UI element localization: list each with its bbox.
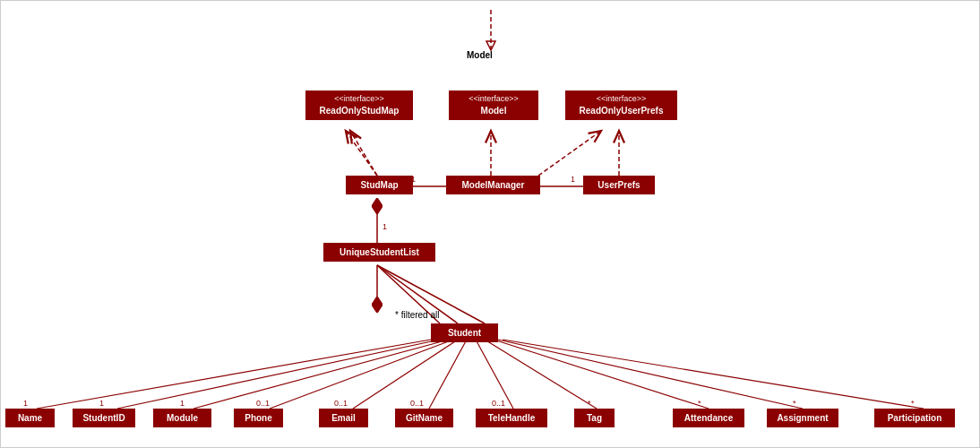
model-label: Model xyxy=(467,50,493,60)
stud-map-box: StudMap xyxy=(346,176,413,194)
interface-read-only-stud-map: <<interface>> ReadOnlyStudMap xyxy=(305,90,413,120)
svg-line-21 xyxy=(117,340,440,409)
module-box: Module xyxy=(153,409,211,427)
attendance-box: Attendance xyxy=(673,409,744,427)
svg-line-6 xyxy=(538,131,601,176)
svg-text:1: 1 xyxy=(180,399,185,408)
svg-line-29 xyxy=(429,340,467,409)
phone-box: Phone xyxy=(234,409,283,427)
svg-text:0..1: 0..1 xyxy=(492,399,505,408)
user-prefs-box: UserPrefs xyxy=(583,176,655,194)
svg-text:*: * xyxy=(698,399,701,408)
svg-line-35 xyxy=(494,340,709,409)
filtered-all-label: * filtered all xyxy=(395,310,439,320)
diagram-svg: 1 1 1 1 1 1 0..1 0..1 0..1 xyxy=(1,1,980,448)
tag-box: Tag xyxy=(574,409,615,427)
name-box: Name xyxy=(5,409,55,427)
interface-model: <<interface>> Model xyxy=(449,90,538,120)
svg-line-25 xyxy=(270,340,453,409)
tele-handle-box: TeleHandle xyxy=(476,409,547,427)
svg-text:1: 1 xyxy=(23,399,28,408)
model-manager-box: ModelManager xyxy=(446,176,540,194)
student-box: Student xyxy=(431,323,498,342)
email-box: Email xyxy=(319,409,368,427)
unique-student-list-box: UniqueStudentList xyxy=(323,243,435,262)
svg-text:*: * xyxy=(588,399,591,408)
assignment-box: Assignment xyxy=(767,409,838,427)
svg-text:1: 1 xyxy=(383,222,387,231)
student-id-box: StudentID xyxy=(73,409,135,427)
svg-line-7 xyxy=(350,131,377,176)
svg-line-37 xyxy=(498,340,803,409)
svg-text:0..1: 0..1 xyxy=(334,399,348,408)
diagram-container: 1 1 1 1 1 1 0..1 0..1 0..1 xyxy=(0,0,980,448)
svg-text:1: 1 xyxy=(571,175,575,184)
svg-text:*: * xyxy=(793,399,796,408)
svg-text:0..1: 0..1 xyxy=(410,399,424,408)
git-name-box: GitName xyxy=(395,409,453,427)
svg-line-39 xyxy=(503,340,924,409)
svg-text:0..1: 0..1 xyxy=(256,399,270,408)
interface-read-only-user-prefs: <<interface>> ReadOnlyUserPrefs xyxy=(565,90,677,120)
svg-text:1: 1 xyxy=(99,399,104,408)
svg-text:*: * xyxy=(911,399,915,408)
participation-box: Participation xyxy=(874,409,955,427)
